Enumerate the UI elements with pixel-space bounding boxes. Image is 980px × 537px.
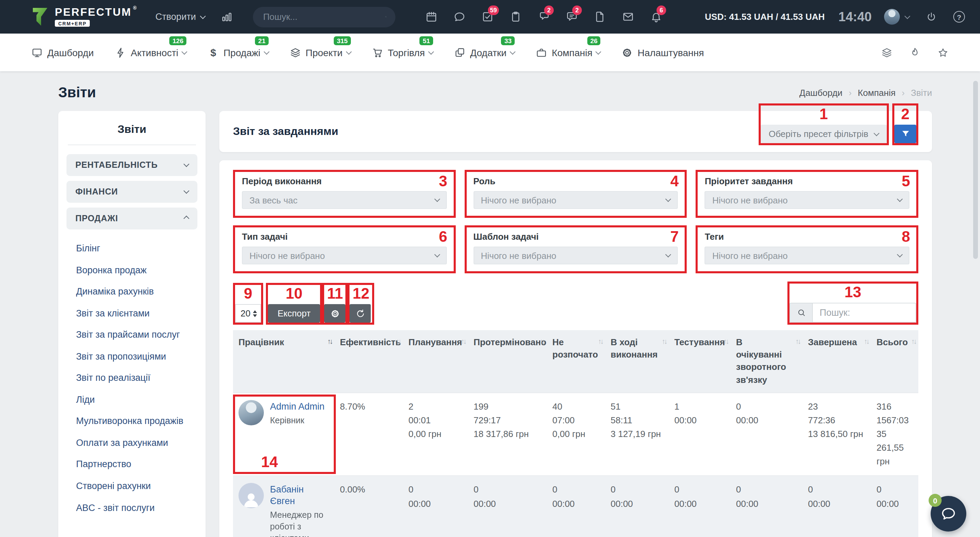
star-icon[interactable] [937,47,948,58]
column-header[interactable]: В очікуванні зворотного зв'язку↑↓ [730,330,802,393]
menu-item-1[interactable]: Дашборди [32,47,94,58]
page-size-select[interactable]: 20 [235,304,261,323]
bell-icon[interactable]: 6 [651,11,662,22]
filter-toggle-button[interactable] [894,125,916,143]
sidebar-link[interactable]: Звіт за клієнтами [65,302,199,324]
chat-widget-button[interactable]: 0 [931,496,966,532]
sidebar-link[interactable]: Оплати за рахунками [65,432,199,454]
breadcrumb-item[interactable]: Дашборди [799,87,843,98]
menu-item-3[interactable]: $Продажі21 [208,47,269,58]
table-settings-button[interactable] [324,304,345,323]
sidebar-link[interactable]: Білінг [65,238,199,259]
file-icon[interactable] [594,11,606,22]
stat-cell: 000:00 [802,476,871,537]
refresh-button[interactable] [350,304,371,323]
filter-label: Роль [473,176,678,186]
sidebar-link[interactable]: Звіт за пропозиціями [65,346,199,367]
breadcrumb-item[interactable]: Компанія [858,87,896,98]
column-header[interactable]: Ефективність↑↓ [334,330,403,393]
menu-item-6[interactable]: Додатки33 [454,47,515,58]
message-lines-icon[interactable]: 2 [566,11,578,22]
annotation-number: 9 [235,285,261,304]
chat-bubble-icon[interactable] [454,11,465,22]
brand-logo[interactable]: PERFECTUM® CRM+ERP [32,6,137,27]
global-search[interactable] [253,6,395,27]
annotation-number: 11 [324,285,346,304]
page-scrollbar[interactable] [973,81,978,259]
employee-link[interactable]: Admin Admin [270,401,325,413]
sort-icon[interactable]: ↑↓ [864,336,868,346]
column-header[interactable]: Всього↑↓ [871,330,918,393]
annotation-number: 3 [439,174,447,189]
stat-cell: 5158:113 127,19 грн [605,393,669,476]
menu-item-5[interactable]: Торгівля51 [372,47,433,58]
sidebar-link[interactable]: Динаміка рахунків [65,281,199,302]
filter-preset-select[interactable]: Оберіть пресет фільтрів [760,125,887,143]
filter-select[interactable]: Нічого не вибрано [473,246,678,264]
sidebar-link[interactable]: Воронка продаж [65,259,199,281]
user-menu[interactable] [884,9,909,25]
menu-item-2[interactable]: Активності126 [115,47,187,58]
layers-icon [290,47,301,58]
sidebar-link[interactable]: Партнерство [65,454,199,475]
filter-select[interactable]: Нічого не вибрано [473,191,678,209]
sidebar-link[interactable]: Створені рахунки [65,475,199,497]
help-icon[interactable]: ? [953,11,965,22]
sort-icon[interactable]: ↑↓ [327,336,332,346]
filter-select[interactable]: Нічого не вибрано [242,246,447,264]
create-button[interactable]: Створити [155,12,205,22]
sort-icon[interactable]: ↑↓ [662,336,666,346]
global-search-input[interactable] [262,11,385,22]
sort-icon[interactable]: ↑↓ [795,336,800,346]
column-header[interactable]: Протерміновано↑↓ [468,330,547,393]
flame-icon[interactable] [909,47,920,58]
sidebar-link[interactable]: Мультиворонка продажів [65,411,199,432]
sidebar-link[interactable]: Звіт за прайсами послуг [65,324,199,346]
employee-role: Менеджер по роботі з клієнтами [270,510,329,537]
chat-dots-icon[interactable]: 2 [538,11,550,22]
check-square-icon[interactable]: 59 [482,11,493,22]
annotation-box-9: 9 20 [233,283,263,325]
sidebar-link[interactable]: Звіт по реалізації [65,367,199,389]
notification-badge: 2 [544,5,554,15]
table-search-input[interactable] [812,303,916,323]
sort-icon[interactable]: ↑↓ [396,336,400,346]
chevron-down-icon [665,252,671,257]
envelope-icon[interactable] [622,11,634,22]
menu-item-4[interactable]: Проекти315 [290,47,351,58]
menu-item-8[interactable]: Налаштування [622,47,704,58]
sort-icon[interactable]: ↑↓ [540,336,544,346]
efficiency-cell: 8.70% [334,393,403,476]
annotation-box-4: 4РольНічого не вибрано [464,170,687,218]
filter-select[interactable]: Нічого не вибрано [705,191,909,209]
column-header[interactable]: Не розпочато↑↓ [547,330,605,393]
column-header[interactable]: Планування↑↓ [403,330,468,393]
sidebar-section-продажі[interactable]: ПРОДАЖІ [67,208,197,229]
sidebar-section-фінанси[interactable]: ФІНАНСИ [67,181,197,203]
menu-item-7[interactable]: Компанія26 [536,47,601,58]
chart-bars-icon[interactable] [221,11,232,22]
sidebar-link[interactable]: Ліди [65,389,199,411]
layers-icon[interactable] [881,47,892,58]
sort-icon[interactable]: ↑↓ [723,336,728,346]
filter-select[interactable]: За весь час [242,191,447,209]
logout-power-icon[interactable] [926,11,937,22]
annotation-number: 7 [670,229,679,245]
column-header[interactable]: Працівник↑↓ [233,330,334,393]
column-header[interactable]: Тестування↑↓ [669,330,730,393]
export-button[interactable]: Експорт [268,304,320,323]
column-header[interactable]: В ході виконання↑↓ [605,330,669,393]
column-header[interactable]: Завершена↑↓ [802,330,871,393]
clipboard-icon[interactable] [510,11,522,22]
annotation-box-11: 11 [322,283,348,325]
sidebar-sections: РЕНТАБЕЛЬНІСТЬФІНАНСИПРОДАЖІ [65,154,199,229]
sort-icon[interactable]: ↑↓ [598,336,602,346]
calendar-icon[interactable] [426,11,437,22]
menubar-right-icons [881,47,948,58]
sidebar-link[interactable]: ABC - звіт послуги [65,497,199,518]
sort-icon[interactable]: ↑↓ [461,336,465,346]
filter-select[interactable]: Нічого не вибрано [705,246,909,264]
employee-link[interactable]: Бабанін Євген [270,485,329,508]
sidebar-section-рентабельність[interactable]: РЕНТАБЕЛЬНІСТЬ [67,154,197,176]
sort-icon[interactable]: ↑↓ [911,336,916,346]
